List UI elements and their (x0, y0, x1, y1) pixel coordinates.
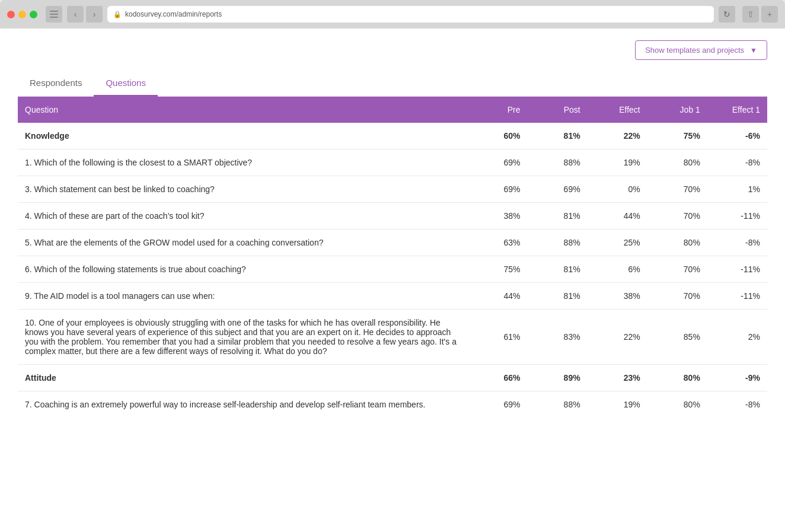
table-row: Attitude66%89%23%80%-9% (18, 365, 767, 391)
svg-rect-1 (50, 14, 58, 15)
cell-effect: 44% (588, 203, 647, 230)
cell-question: 3. Which statement can best be linked to… (18, 176, 467, 203)
cell-post: 88% (528, 149, 588, 176)
table-row: 3. Which statement can best be linked to… (18, 176, 767, 203)
cell-job1: 80% (647, 365, 707, 391)
cell-post: 81% (528, 203, 588, 230)
cell-pre: 61% (467, 310, 527, 365)
cell-effect: 19% (588, 391, 647, 418)
col-header-effect: Effect (588, 97, 647, 123)
cell-job1: 70% (647, 256, 707, 283)
table-row: 6. Which of the following statements is … (18, 256, 767, 283)
svg-rect-2 (50, 17, 58, 18)
top-bar: Show templates and projects ▼ (18, 40, 767, 60)
cell-effect: 38% (588, 283, 647, 310)
cell-pre: 63% (467, 230, 527, 256)
cell-job1: 85% (647, 310, 707, 365)
col-header-effect1: Effect 1 (707, 97, 767, 123)
maximize-dot[interactable] (30, 11, 37, 18)
cell-effect1: 1% (707, 176, 767, 203)
browser-window: ‹ › 🔒 kodosurvey.com/admin/reports ↻ ⇧ +… (0, 0, 785, 532)
report-table: Question Pre Post Effect Job 1 Effect 1 … (18, 97, 767, 418)
cell-question: 10. One of your employees is obviously s… (18, 310, 467, 365)
cell-post: 88% (528, 391, 588, 418)
cell-question: Attitude (18, 365, 467, 391)
cell-job1: 80% (647, 391, 707, 418)
cell-pre: 69% (467, 391, 527, 418)
back-button[interactable]: ‹ (67, 6, 84, 23)
table-row: Knowledge60%81%22%75%-6% (18, 123, 767, 149)
cell-pre: 44% (467, 283, 527, 310)
tabs: Respondents Questions (18, 72, 767, 97)
table-header-row: Question Pre Post Effect Job 1 Effect 1 (18, 97, 767, 123)
cell-effect1: -11% (707, 203, 767, 230)
forward-button[interactable]: › (86, 6, 103, 23)
browser-action-buttons: ⇧ + (742, 6, 778, 23)
tab-respondents[interactable]: Respondents (18, 72, 94, 97)
lock-icon: 🔒 (113, 11, 122, 18)
sidebar-toggle[interactable] (46, 6, 62, 23)
page-content: Show templates and projects ▼ Respondent… (0, 28, 785, 532)
window-controls (7, 11, 37, 18)
dropdown-arrow-icon: ▼ (750, 46, 757, 55)
cell-effect: 22% (588, 310, 647, 365)
cell-question: 6. Which of the following statements is … (18, 256, 467, 283)
cell-effect: 19% (588, 149, 647, 176)
cell-question: 7. Coaching is an extremely powerful way… (18, 391, 467, 418)
col-header-post: Post (528, 97, 588, 123)
cell-post: 83% (528, 310, 588, 365)
cell-effect: 6% (588, 256, 647, 283)
nav-buttons: ‹ › (67, 6, 103, 23)
cell-post: 69% (528, 176, 588, 203)
cell-pre: 69% (467, 176, 527, 203)
cell-post: 81% (528, 123, 588, 149)
cell-pre: 75% (467, 256, 527, 283)
cell-effect: 23% (588, 365, 647, 391)
minimize-dot[interactable] (18, 11, 26, 18)
cell-effect1: -8% (707, 230, 767, 256)
cell-job1: 80% (647, 149, 707, 176)
svg-rect-0 (50, 11, 58, 12)
cell-pre: 66% (467, 365, 527, 391)
cell-job1: 70% (647, 176, 707, 203)
cell-pre: 69% (467, 149, 527, 176)
cell-question: 1. Which of the following is the closest… (18, 149, 467, 176)
table-row: 10. One of your employees is obviously s… (18, 310, 767, 365)
cell-effect1: 2% (707, 310, 767, 365)
cell-job1: 80% (647, 230, 707, 256)
reload-button[interactable]: ↻ (719, 6, 735, 23)
cell-effect: 25% (588, 230, 647, 256)
cell-question: Knowledge (18, 123, 467, 149)
cell-pre: 60% (467, 123, 527, 149)
table-row: 4. Which of these are part of the coach’… (18, 203, 767, 230)
cell-post: 88% (528, 230, 588, 256)
show-templates-button[interactable]: Show templates and projects ▼ (635, 40, 767, 60)
tab-questions[interactable]: Questions (94, 72, 158, 97)
cell-job1: 75% (647, 123, 707, 149)
table-row: 7. Coaching is an extremely powerful way… (18, 391, 767, 418)
cell-pre: 38% (467, 203, 527, 230)
cell-question: 4. Which of these are part of the coach’… (18, 203, 467, 230)
cell-job1: 70% (647, 203, 707, 230)
cell-question: 9. The AID model is a tool managers can … (18, 283, 467, 310)
col-header-question: Question (18, 97, 467, 123)
address-bar[interactable]: 🔒 kodosurvey.com/admin/reports (107, 6, 714, 23)
cell-question: 5. What are the elements of the GROW mod… (18, 230, 467, 256)
browser-toolbar: ‹ › 🔒 kodosurvey.com/admin/reports ↻ ⇧ + (0, 6, 785, 28)
cell-post: 89% (528, 365, 588, 391)
url-text: kodosurvey.com/admin/reports (125, 10, 222, 18)
cell-effect1: -9% (707, 365, 767, 391)
show-templates-label: Show templates and projects (645, 46, 744, 55)
share-button[interactable]: ⇧ (742, 6, 759, 23)
col-header-job1: Job 1 (647, 97, 707, 123)
cell-effect: 0% (588, 176, 647, 203)
table-row: 9. The AID model is a tool managers can … (18, 283, 767, 310)
col-header-pre: Pre (467, 97, 527, 123)
table-row: 1. Which of the following is the closest… (18, 149, 767, 176)
cell-effect1: -6% (707, 123, 767, 149)
cell-effect1: -11% (707, 256, 767, 283)
cell-post: 81% (528, 283, 588, 310)
close-dot[interactable] (7, 11, 15, 18)
cell-effect1: -11% (707, 283, 767, 310)
new-tab-button[interactable]: + (761, 6, 778, 23)
